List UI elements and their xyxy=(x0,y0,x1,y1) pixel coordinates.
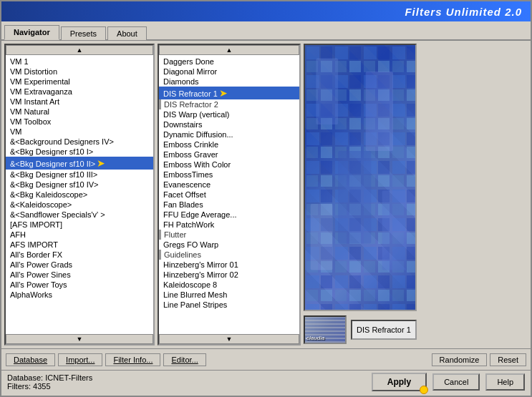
filter-list[interactable]: Daggers DoneDiagonal MirrorDiamondsDIS R… xyxy=(159,55,299,334)
filters-label: Filters: xyxy=(7,382,31,391)
filter-item-ffu-edge-average[interactable]: FFU Edge Average... xyxy=(159,210,299,220)
bottom-toolbar: Database Import... Filter Info... Editor… xyxy=(1,348,531,370)
title-bar: Filters Unlimited 2.0 xyxy=(1,1,531,21)
filter-item-dis-refractor-1[interactable]: DIS Refractor 1 ➤ xyxy=(159,87,299,99)
filter-item-emboss-crinkle[interactable]: Emboss Crinkle xyxy=(159,139,299,150)
preview-image-inner xyxy=(305,45,415,310)
category-item-afs-import[interactable]: AFS IMPORT xyxy=(6,240,153,250)
cancel-btn[interactable]: Cancel xyxy=(432,373,480,391)
randomize-btn[interactable]: Randomize xyxy=(432,353,488,366)
filter-list-panel: ▲ Daggers DoneDiagonal MirrorDiamondsDIS… xyxy=(158,44,301,345)
svg-rect-10 xyxy=(382,191,407,270)
database-value: ICNET-Filters xyxy=(45,373,92,382)
filter-item-evanescence[interactable]: Evanescence xyxy=(159,180,299,190)
filter-info-btn[interactable]: Filter Info... xyxy=(105,353,160,366)
filter-item-line-panel-stripes[interactable]: Line Panel Stripes xyxy=(159,300,299,310)
category-item-bkg-designers-iv[interactable]: &<Background Designers IV> xyxy=(6,137,153,147)
svg-rect-9 xyxy=(311,204,333,270)
category-item-alls-power-toys[interactable]: All's Power Toys xyxy=(6,280,153,290)
filter-item-facet-offset[interactable]: Facet Offset xyxy=(159,190,299,200)
filter-item-daggers-done[interactable]: Daggers Done xyxy=(159,57,299,67)
center-area: ▲ Daggers DoneDiagonal MirrorDiamondsDIS… xyxy=(158,44,417,345)
scroll-up-btn[interactable]: ▲ xyxy=(6,45,153,55)
filter-item-dynamic-diffusion[interactable]: Dynamic Diffusion... xyxy=(159,129,299,139)
category-list[interactable]: VM 1VM DistortionVM ExperimentalVM Extra… xyxy=(6,55,153,334)
import-btn[interactable]: Import... xyxy=(58,353,102,366)
category-item-kaleidoscope[interactable]: &<Kaleidoscope> xyxy=(6,200,153,210)
scroll-down-btn[interactable]: ▼ xyxy=(6,334,153,344)
database-btn[interactable]: Database xyxy=(6,353,55,366)
filter-item-fh-patchwork[interactable]: FH PatchWork xyxy=(159,220,299,230)
filter-item-dis-refractor-2[interactable]: DIS Refractor 2 xyxy=(159,99,299,109)
editor-btn[interactable]: Editor... xyxy=(163,353,205,366)
apply-btn[interactable]: Apply xyxy=(372,373,427,391)
database-label: Database: xyxy=(7,373,43,382)
filter-item-diamonds[interactable]: Diamonds xyxy=(159,77,299,87)
tab-navigator[interactable]: Navigator xyxy=(4,25,59,40)
tab-presets[interactable]: Presets xyxy=(61,26,106,40)
apply-indicator xyxy=(420,386,428,394)
status-bar: Database: ICNET-Filters Filters: 4355 Ap… xyxy=(1,370,531,393)
svg-rect-8 xyxy=(338,151,371,244)
reset-btn[interactable]: Reset xyxy=(490,353,526,366)
category-item-alls-border-fx[interactable]: All's Border FX xyxy=(6,250,153,260)
category-item-vm1[interactable]: VM 1 xyxy=(6,57,153,67)
category-item-alls-power-grads[interactable]: All's Power Grads xyxy=(6,260,153,270)
tab-about[interactable]: About xyxy=(107,26,147,40)
filter-scroll-up-btn[interactable]: ▲ xyxy=(159,45,299,55)
preview-thumbnail: claudia xyxy=(304,315,347,344)
status-text: Database: ICNET-Filters Filters: 4355 xyxy=(7,373,366,391)
filter-item-hinzeberg-mirror-01[interactable]: Hinzeberg's Mirror 01 xyxy=(159,260,299,270)
filter-item-flutter[interactable]: Flutter xyxy=(159,230,299,240)
filters-value: 4355 xyxy=(33,382,50,391)
category-list-panel: ▲ VM 1VM DistortionVM ExperimentalVM Ext… xyxy=(4,44,155,345)
svg-rect-6 xyxy=(316,59,338,125)
filter-item-gregs-fo-warp[interactable]: Gregs FO Warp xyxy=(159,240,299,250)
category-item-vm[interactable]: VM xyxy=(6,127,153,137)
category-item-bkg-designer-sf10-iii[interactable]: &<Bkg Designer sf10 III> xyxy=(6,170,153,180)
category-item-alls-power-sines[interactable]: All's Power Sines xyxy=(6,270,153,280)
help-btn[interactable]: Help xyxy=(485,373,525,391)
filter-item-emboss-graver[interactable]: Emboss Graver xyxy=(159,150,299,160)
category-item-vm-instant-art[interactable]: VM Instant Art xyxy=(6,97,153,107)
preview-bottom: claudia DIS Refractor 1 xyxy=(304,314,417,345)
filter-item-kaleidoscope-8[interactable]: Kaleidoscope 8 xyxy=(159,280,299,290)
category-item-bkg-kaleidoscope[interactable]: &<Bkg Kaleidoscope> xyxy=(6,190,153,200)
category-item-vm-experimental[interactable]: VM Experimental xyxy=(6,77,153,87)
filter-item-emboss-times[interactable]: EmbossTimes xyxy=(159,170,299,180)
filter-item-guidelines[interactable]: Guidelines xyxy=(159,250,299,260)
category-item-bkg-designer-sf10-ii[interactable]: &<Bkg Designer sf10 II> ➤ xyxy=(6,157,153,170)
filter-item-fan-blades[interactable]: Fan Blades xyxy=(159,200,299,210)
filter-name-display: DIS Refractor 1 xyxy=(351,320,417,340)
filter-item-dis-warp-vertical[interactable]: DIS Warp (vertical) xyxy=(159,109,299,119)
category-item-afs-import-bracket[interactable]: [AFS IMPORT] xyxy=(6,220,153,230)
filter-item-line-blurred-mesh[interactable]: Line Blurred Mesh xyxy=(159,290,299,300)
category-item-vm-distortion[interactable]: VM Distortion xyxy=(6,67,153,77)
svg-rect-7 xyxy=(366,72,393,151)
category-item-afh[interactable]: AFH xyxy=(6,230,153,240)
filter-item-diagonal-mirror[interactable]: Diagonal Mirror xyxy=(159,67,299,77)
filter-item-hinzeberg-mirror-02[interactable]: Hinzeberg's Mirror 02 xyxy=(159,270,299,280)
category-item-alphaworks[interactable]: AlphaWorks xyxy=(6,290,153,300)
main-content: ▲ VM 1VM DistortionVM ExperimentalVM Ext… xyxy=(1,41,531,348)
category-item-bkg-designer-sf10-iv[interactable]: &<Bkg Designer sf10 IV> xyxy=(6,180,153,190)
filter-item-downstairs[interactable]: Downstairs xyxy=(159,119,299,129)
thumb-label: claudia xyxy=(306,335,324,341)
preview-image xyxy=(304,44,417,311)
category-item-vm-natural[interactable]: VM Natural xyxy=(6,107,153,117)
category-item-vm-extravaganza[interactable]: VM Extravaganza xyxy=(6,87,153,97)
category-item-vm-toolbox[interactable]: VM Toolbox xyxy=(6,117,153,127)
category-item-bkg-designer-sf10-i[interactable]: &<Bkg Designer sf10 I> xyxy=(6,147,153,157)
filter-item-emboss-with-color[interactable]: Emboss With Color xyxy=(159,160,299,170)
preview-area: claudia DIS Refractor 1 xyxy=(304,44,417,345)
filter-scroll-down-btn[interactable]: ▼ xyxy=(159,334,299,344)
tab-bar: Navigator Presets About xyxy=(1,21,531,41)
category-item-sandflower-specials[interactable]: &<Sandflower Specials'v' > xyxy=(6,210,153,220)
app-title: Filters Unlimited 2.0 xyxy=(405,6,522,18)
